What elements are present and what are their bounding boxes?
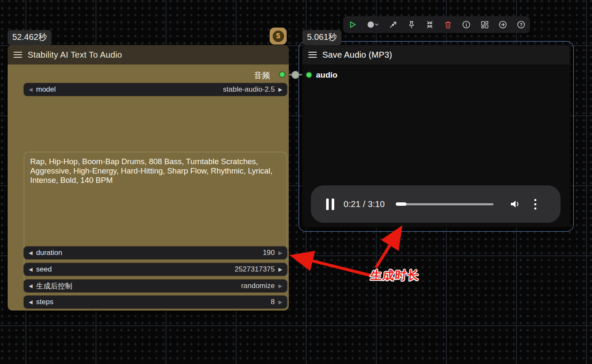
trash-icon xyxy=(443,20,453,29)
dollar-icon: $ xyxy=(273,31,284,42)
cost-badge: $ xyxy=(270,28,287,45)
increment-arrow-icon[interactable] xyxy=(277,87,283,92)
node-header[interactable]: Stability AI Text To Audio xyxy=(8,45,289,64)
node-canvas[interactable]: ? 52.462秒 $ Stability AI Text To Audio 音… xyxy=(0,0,592,364)
audio-player[interactable]: 0:21 / 3:10 xyxy=(311,185,561,223)
increment-arrow-icon[interactable] xyxy=(277,250,283,256)
annotation-label: 生成时长 xyxy=(369,268,420,283)
decrement-arrow-icon[interactable] xyxy=(28,266,34,272)
layout-button[interactable] xyxy=(476,16,493,33)
reroute-button[interactable] xyxy=(385,16,402,33)
node-menu-icon[interactable] xyxy=(14,52,22,58)
decrement-arrow-icon[interactable] xyxy=(28,283,34,289)
widget-value: stable-audio-2.5 xyxy=(223,85,275,94)
reroute-icon xyxy=(389,20,398,29)
decrement-arrow-icon[interactable] xyxy=(28,87,34,92)
play-icon xyxy=(348,20,357,29)
input-port-label: audio xyxy=(316,70,338,80)
decrement-arrow-icon[interactable] xyxy=(28,299,34,305)
player-seekbar[interactable] xyxy=(396,203,493,205)
node-title: Stability AI Text To Audio xyxy=(28,50,122,60)
pause-button[interactable] xyxy=(326,199,334,210)
prompt-text: Rap, Hip-Hop, Boom-Bap Drums, 808 Bass, … xyxy=(30,157,273,185)
queue-circle-icon xyxy=(366,20,379,29)
widget-label: seed xyxy=(36,265,52,274)
node-menu-icon[interactable] xyxy=(308,52,317,58)
widget-label: duration xyxy=(36,249,62,257)
widget-model[interactable]: model stable-audio-2.5 xyxy=(24,83,287,96)
input-port-audio[interactable] xyxy=(306,72,312,78)
help-button[interactable]: ? xyxy=(513,16,530,33)
widget-label: 生成后控制 xyxy=(36,281,72,291)
volume-button[interactable] xyxy=(510,199,521,209)
widget-label: steps xyxy=(36,298,54,306)
player-time: 0:21 / 3:10 xyxy=(344,199,385,209)
reroute-dot[interactable] xyxy=(291,71,299,79)
info-button[interactable] xyxy=(458,16,475,33)
decrement-arrow-icon[interactable] xyxy=(28,250,34,256)
increment-arrow-icon[interactable] xyxy=(277,299,283,305)
node-title: Save Audio (MP3) xyxy=(322,50,392,60)
queue-status-button[interactable] xyxy=(362,16,383,33)
widget-value: 8 xyxy=(271,298,275,306)
go-to-button[interactable] xyxy=(494,16,511,33)
widget-label: model xyxy=(36,85,56,94)
increment-arrow-icon[interactable] xyxy=(277,283,283,289)
info-icon xyxy=(462,20,471,29)
pin-button[interactable] xyxy=(403,16,420,33)
arrow-circle-icon xyxy=(498,20,507,29)
output-port-label: 音频 xyxy=(254,70,270,81)
node-stability-text-to-audio[interactable]: Stability AI Text To Audio 音频 model stab… xyxy=(8,45,289,311)
layout-blocks-icon xyxy=(480,20,489,29)
collapse-icon xyxy=(425,20,434,29)
widget-value: randomize xyxy=(241,282,275,290)
widget-control-after-generate[interactable]: 生成后控制 randomize xyxy=(24,280,287,292)
help-icon: ? xyxy=(516,20,526,29)
node-header[interactable]: Save Audio (MP3) xyxy=(302,45,570,64)
run-button[interactable] xyxy=(344,16,361,33)
widget-steps[interactable]: steps 8 xyxy=(24,296,287,308)
widget-value: 190 xyxy=(263,249,275,257)
player-progress-fill xyxy=(396,202,406,206)
output-port-audio[interactable] xyxy=(279,71,285,78)
svg-text:?: ? xyxy=(519,22,522,27)
player-menu-button[interactable] xyxy=(534,199,536,210)
widget-value: 2527317375 xyxy=(234,265,275,274)
execution-time-badge: 5.061秒 xyxy=(302,30,341,45)
collapse-button[interactable] xyxy=(421,16,438,33)
toolbar: ? xyxy=(343,16,530,33)
widget-seed[interactable]: seed 2527317375 xyxy=(24,263,287,276)
increment-arrow-icon[interactable] xyxy=(277,266,283,272)
delete-button[interactable] xyxy=(440,16,457,33)
pin-icon xyxy=(407,20,416,29)
widget-duration[interactable]: duration 190 xyxy=(24,246,287,259)
execution-time-badge: 52.462秒 xyxy=(8,30,51,45)
